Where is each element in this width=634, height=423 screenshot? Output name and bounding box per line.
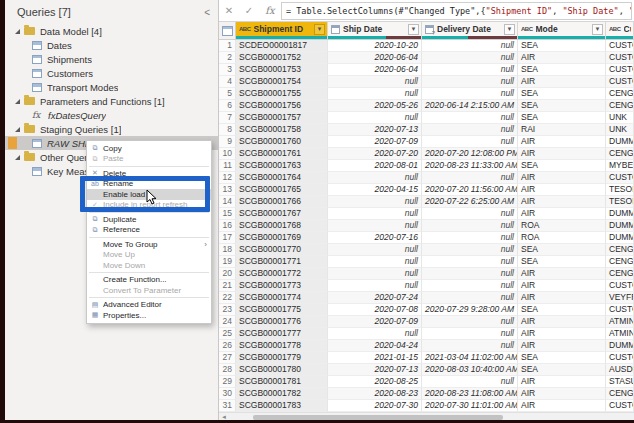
table-cell[interactable]: CENGL bbox=[606, 88, 634, 100]
table-cell[interactable]: CENGU bbox=[606, 256, 634, 268]
table-cell[interactable]: AIR bbox=[518, 208, 606, 220]
formula-input[interactable]: = Table.SelectColumns(#"Changed Type",{"… bbox=[281, 2, 632, 20]
row-number[interactable]: 20 bbox=[219, 268, 236, 280]
filter-dropdown-icon[interactable]: ▼ bbox=[314, 24, 325, 35]
table-cell[interactable]: DUMM bbox=[606, 208, 634, 220]
table-cell[interactable]: SEA bbox=[518, 352, 606, 364]
column-header-shipment-id[interactable]: ABCShipment ID▼ bbox=[236, 22, 328, 39]
table-cell[interactable]: CUSTO bbox=[606, 64, 634, 76]
row-number[interactable]: 5 bbox=[219, 88, 236, 100]
table-cell[interactable]: 2020-08-01 bbox=[328, 160, 422, 172]
table-cell[interactable]: SCGB00001768 bbox=[236, 220, 328, 232]
table-cell[interactable]: null bbox=[422, 112, 518, 124]
row-number[interactable]: 17 bbox=[219, 232, 236, 244]
sidebar-item-fxdatesquery[interactable]: fxfxDatesQuery bbox=[5, 108, 218, 122]
filter-dropdown-icon[interactable]: ▼ bbox=[592, 24, 603, 35]
table-cell[interactable]: 2020-07-16 bbox=[328, 232, 422, 244]
column-header-mode[interactable]: ABCMode▼ bbox=[518, 22, 606, 39]
table-cell[interactable]: 2020-05-26 bbox=[328, 100, 422, 112]
row-number[interactable]: 7 bbox=[219, 112, 236, 124]
table-cell[interactable]: CENGU bbox=[606, 148, 634, 160]
table-cell[interactable]: null bbox=[328, 328, 422, 340]
table-cell[interactable]: AIR bbox=[518, 76, 606, 88]
table-cell[interactable]: SCGB00001783 bbox=[236, 400, 328, 412]
table-cell[interactable]: AUSDE bbox=[606, 364, 634, 376]
table-cell[interactable]: null bbox=[422, 172, 518, 184]
table-cell[interactable]: CENGL bbox=[606, 388, 634, 400]
table-cell[interactable]: DUMM bbox=[606, 220, 634, 232]
table-cell[interactable]: null bbox=[422, 220, 518, 232]
table-cell[interactable]: AIR bbox=[518, 388, 606, 400]
row-number[interactable]: 15 bbox=[219, 208, 236, 220]
row-number[interactable]: 9 bbox=[219, 136, 236, 148]
row-number[interactable]: 25 bbox=[219, 328, 236, 340]
filter-dropdown-icon[interactable]: ▼ bbox=[408, 24, 419, 35]
table-cell[interactable]: SCGB00001782 bbox=[236, 388, 328, 400]
table-cell[interactable]: ROA bbox=[518, 232, 606, 244]
table-cell[interactable]: AIR bbox=[518, 292, 606, 304]
table-cell[interactable]: null bbox=[422, 316, 518, 328]
table-cell[interactable]: SCGB00001770 bbox=[236, 244, 328, 256]
table-cell[interactable]: 2020-04-24 bbox=[328, 340, 422, 352]
table-cell[interactable]: RAI bbox=[518, 124, 606, 136]
row-number[interactable]: 18 bbox=[219, 244, 236, 256]
table-cell[interactable]: SCGB00001765 bbox=[236, 184, 328, 196]
expand-triangle-icon[interactable] bbox=[15, 29, 20, 34]
table-cell[interactable]: null bbox=[328, 280, 422, 292]
row-number[interactable]: 28 bbox=[219, 364, 236, 376]
row-number[interactable]: 10 bbox=[219, 148, 236, 160]
table-cell[interactable]: 2020-07-20 11:56:00 AM bbox=[422, 184, 518, 196]
table-cell[interactable]: AIR bbox=[518, 376, 606, 388]
table-cell[interactable]: AIR bbox=[518, 316, 606, 328]
menu-item-create-function-[interactable]: Create Function... bbox=[87, 275, 211, 286]
table-cell[interactable]: 2020-07-08 bbox=[328, 304, 422, 316]
table-cell[interactable]: AIR bbox=[518, 328, 606, 340]
table-cell[interactable]: 2020-07-30 11:01:00 AM bbox=[422, 400, 518, 412]
table-cell[interactable]: 2020-07-30 bbox=[328, 400, 422, 412]
table-cell[interactable]: 2021-01-15 bbox=[328, 352, 422, 364]
table-cell[interactable]: AIR bbox=[518, 172, 606, 184]
table-cell[interactable]: null bbox=[328, 112, 422, 124]
table-cell[interactable]: SCGB00001764 bbox=[236, 172, 328, 184]
calendar-any-type-icon[interactable] bbox=[425, 25, 434, 34]
table-cell[interactable]: AIR bbox=[518, 268, 606, 280]
row-number-header[interactable] bbox=[219, 22, 236, 39]
menu-item-properties-[interactable]: ▦Properties... bbox=[87, 310, 211, 321]
table-cell[interactable]: 2021-03-04 11:02:00 AM bbox=[422, 352, 518, 364]
table-cell[interactable]: SCGB00001753 bbox=[236, 64, 328, 76]
table-cell[interactable]: 2020-10-20 bbox=[328, 40, 422, 52]
table-cell[interactable]: AIR bbox=[518, 148, 606, 160]
table-cell[interactable]: SCGB00001766 bbox=[236, 196, 328, 208]
table-cell[interactable]: null bbox=[328, 256, 422, 268]
row-number[interactable]: 24 bbox=[219, 316, 236, 328]
expand-triangle-icon[interactable] bbox=[15, 99, 20, 104]
table-cell[interactable]: null bbox=[422, 340, 518, 352]
table-cell[interactable]: CUSTO bbox=[606, 352, 634, 364]
row-number[interactable]: 11 bbox=[219, 160, 236, 172]
table-cell[interactable]: UNK bbox=[606, 124, 634, 136]
table-cell[interactable]: 2020-08-23 11:08:00 AM bbox=[422, 388, 518, 400]
table-cell[interactable]: SCGB00001777 bbox=[236, 328, 328, 340]
row-number[interactable]: 3 bbox=[219, 64, 236, 76]
table-cell[interactable]: 2020-07-13 bbox=[328, 364, 422, 376]
table-cell[interactable]: SCGB00001760 bbox=[236, 136, 328, 148]
table-cell[interactable]: SCGB00001779 bbox=[236, 352, 328, 364]
table-cell[interactable]: null bbox=[422, 376, 518, 388]
column-header-cu[interactable]: ABCCu bbox=[606, 22, 634, 39]
table-cell[interactable]: CENGU bbox=[606, 244, 634, 256]
menu-item-reference[interactable]: ⧉Reference bbox=[87, 225, 211, 236]
horizontal-scrollbar[interactable]: ◄ bbox=[219, 412, 634, 420]
table-cell[interactable]: CUSTO bbox=[606, 40, 634, 52]
table-cell[interactable]: SEA bbox=[518, 364, 606, 376]
table-cell[interactable]: SCGB00001775 bbox=[236, 304, 328, 316]
collapse-pane-icon[interactable]: < bbox=[204, 7, 210, 18]
table-cell[interactable]: SCGB00001758 bbox=[236, 124, 328, 136]
table-cell[interactable]: null bbox=[328, 268, 422, 280]
table-cell[interactable]: AIR bbox=[518, 340, 606, 352]
table-cell[interactable]: SCGB00001752 bbox=[236, 52, 328, 64]
table-cell[interactable]: null bbox=[422, 76, 518, 88]
table-cell[interactable]: SEA bbox=[518, 160, 606, 172]
table-cell[interactable]: DUMM bbox=[606, 340, 634, 352]
filter-dropdown-icon[interactable]: ▼ bbox=[504, 24, 515, 35]
table-cell[interactable]: DUMM bbox=[606, 232, 634, 244]
